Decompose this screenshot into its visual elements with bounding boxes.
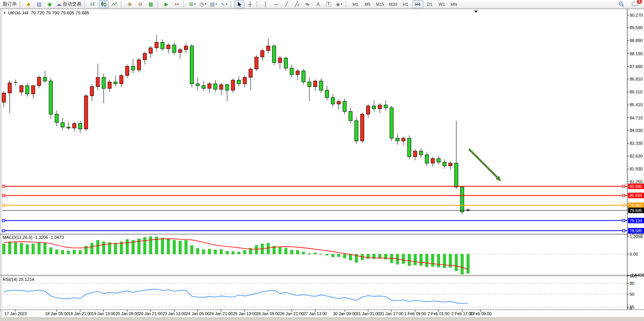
notification-count-badge: 1 xyxy=(637,0,642,4)
time-tick-label: 1 Feb 09:00 xyxy=(404,311,426,316)
candle-body xyxy=(402,138,405,141)
price-tick-label: 86.810 xyxy=(630,77,643,81)
notifications-button[interactable]: 1 xyxy=(630,0,640,8)
dropdown-caret-icon[interactable]: ▾ xyxy=(194,2,196,6)
macd-histogram-bar xyxy=(91,243,93,254)
vertical-line-icon: │ xyxy=(264,2,267,7)
dropdown-caret-icon[interactable]: ▾ xyxy=(226,2,227,6)
price-line-label: 79.962 xyxy=(630,203,642,208)
equidistant-channel-icon[interactable]: ╱E xyxy=(292,0,302,8)
timeframe-button-mn[interactable]: MN xyxy=(448,0,460,8)
line-handle[interactable] xyxy=(2,230,5,232)
macd-histogram-bar xyxy=(308,253,311,254)
horizontal-line-icon[interactable]: ─ xyxy=(271,0,281,8)
line-chart-icon[interactable] xyxy=(109,0,119,8)
arrows-shapes-icon[interactable]: ◈▾ xyxy=(334,0,344,8)
text-label-icon[interactable]: T xyxy=(324,0,333,8)
zoom-out-icon[interactable]: ⊖ xyxy=(135,0,145,8)
new-chart-icon[interactable]: ⊞▾ xyxy=(188,0,197,8)
rsi-tick-label: 0 xyxy=(630,306,632,310)
macd-histogram-bar xyxy=(114,243,117,254)
signal-icon[interactable]: ◉ xyxy=(45,0,54,8)
auto-scroll-icon: ▶ xyxy=(165,2,168,7)
macd-histogram-bar xyxy=(44,243,46,254)
zoom-in-icon[interactable]: ⊕ xyxy=(125,0,135,8)
line-handle[interactable] xyxy=(623,219,625,222)
candle-body xyxy=(325,90,329,98)
toolbar-separator xyxy=(346,1,348,7)
line-handle[interactable] xyxy=(623,230,625,232)
fibonacci-icon[interactable]: ≡F xyxy=(303,0,312,8)
timeframe-button-h1[interactable]: H1 xyxy=(400,0,411,8)
arrows-shapes-icon: ◈ xyxy=(336,2,340,7)
down-arrow-annotation[interactable] xyxy=(469,149,497,177)
timeframe-button-m15[interactable]: M15 xyxy=(374,0,386,8)
candle-body xyxy=(8,83,11,93)
line-handle[interactable] xyxy=(2,185,5,188)
tile-windows-icon[interactable]: ▦ xyxy=(146,0,156,8)
macd-histogram-bar xyxy=(419,254,422,265)
time-tick-label: 25 Jan 13:00 xyxy=(233,311,257,316)
rsi-indicator-label: RSI(14) 25.1214 xyxy=(3,277,34,282)
chart-profile-icon[interactable]: ◆ xyxy=(24,0,33,8)
timeframe-button-w1[interactable]: W1 xyxy=(436,0,447,8)
macd-histogram-bar xyxy=(184,240,187,254)
candle-body xyxy=(61,123,64,127)
chart-canvas[interactable]: 90.27089.59088.89088.19087.49086.81086.1… xyxy=(0,0,644,321)
chart-collapse-icon[interactable]: ▼ xyxy=(3,11,6,15)
search-button[interactable] xyxy=(616,0,626,8)
line-handle[interactable] xyxy=(2,204,5,207)
new-order-button[interactable]: 新订单 xyxy=(2,0,18,8)
templates-icon[interactable]: ▧▾ xyxy=(209,0,218,8)
dropdown-caret-icon[interactable]: ▾ xyxy=(216,2,217,6)
vertical-line-icon[interactable]: │ xyxy=(261,0,270,8)
time-tick-label: 17 Jan 2023 xyxy=(4,311,27,316)
candle-body xyxy=(372,106,376,109)
candle-body xyxy=(390,108,393,138)
line-handle[interactable] xyxy=(2,219,5,222)
line-handle[interactable] xyxy=(623,185,625,188)
macd-histogram-bar xyxy=(208,249,211,254)
toolbar-separator xyxy=(84,1,86,7)
fibonacci-icon-sub: F xyxy=(308,3,310,7)
time-tick-label: 24 Jan 21:00 xyxy=(209,311,233,316)
macd-histogram-bar xyxy=(20,243,23,254)
candle-body xyxy=(55,114,58,123)
period-clock-icon[interactable]: ◷▾ xyxy=(198,0,208,8)
dropdown-caret-icon[interactable]: ▾ xyxy=(340,2,342,6)
candle-body xyxy=(278,58,282,63)
scroll-to-end-marker[interactable] xyxy=(474,11,478,13)
candle-body xyxy=(43,77,47,81)
crosshair-icon[interactable]: ┼ xyxy=(245,0,255,8)
candle-body xyxy=(149,48,153,53)
timeframe-button-m1[interactable]: M1 xyxy=(350,0,361,8)
bar-chart-icon[interactable] xyxy=(88,0,98,8)
macd-histogram-bar xyxy=(126,240,128,254)
price-tick-label: 90.270 xyxy=(630,13,643,18)
timeframe-button-m30[interactable]: M30 xyxy=(387,0,399,8)
market-watch-icon[interactable]: ▤ xyxy=(34,0,44,8)
price-line-label: 79.134 xyxy=(630,218,642,223)
auto-scroll-icon[interactable]: ▶ xyxy=(161,0,171,8)
dropdown-caret-icon[interactable]: ▾ xyxy=(205,2,206,6)
timeframe-button-h4[interactable]: H4 xyxy=(412,0,423,8)
auto-trading-button[interactable]: ☁自动交易 xyxy=(55,0,82,8)
macd-histogram-bar xyxy=(191,246,193,254)
indicators-icon[interactable]: ∿▾ xyxy=(219,0,229,8)
line-handle[interactable] xyxy=(623,204,625,207)
line-handle[interactable] xyxy=(623,194,625,196)
chart-shift-icon[interactable]: ↦ xyxy=(172,0,182,8)
candlestick-chart-icon[interactable] xyxy=(99,0,109,8)
macd-histogram-bar xyxy=(173,240,175,254)
trendline-icon[interactable]: ╱ xyxy=(282,0,291,8)
macd-tick-label: 0.00 xyxy=(630,252,638,256)
line-handle[interactable] xyxy=(2,194,5,196)
macd-histogram-bar xyxy=(302,252,305,254)
cursor-icon[interactable] xyxy=(235,0,244,8)
timeframe-button-m5[interactable]: M5 xyxy=(362,0,373,8)
candle-body xyxy=(261,51,264,57)
text-icon[interactable]: A xyxy=(313,0,323,8)
candle-body xyxy=(443,162,446,166)
timeframe-button-d1[interactable]: D1 xyxy=(424,0,435,8)
price-line-label: 80.990 xyxy=(630,184,642,189)
